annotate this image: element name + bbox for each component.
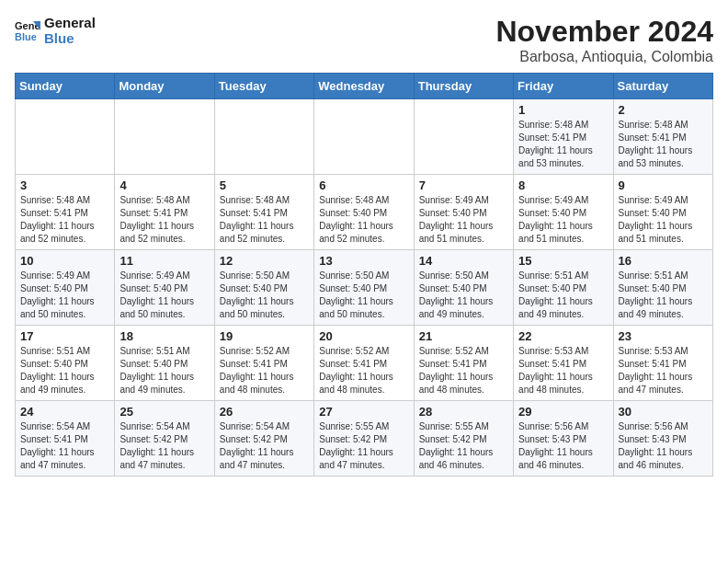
day-info: Sunrise: 5:50 AM Sunset: 5:40 PM Dayligh… — [419, 270, 508, 321]
day-info: Sunrise: 5:54 AM Sunset: 5:41 PM Dayligh… — [20, 420, 109, 472]
weekday-header-friday: Friday — [514, 74, 613, 99]
logo-blue: Blue — [44, 30, 96, 46]
calendar-week-1: 1Sunrise: 5:48 AM Sunset: 5:41 PM Daylig… — [16, 99, 713, 175]
day-number: 9 — [619, 178, 708, 192]
calendar-cell: 8Sunrise: 5:49 AM Sunset: 5:40 PM Daylig… — [514, 175, 613, 250]
day-info: Sunrise: 5:48 AM Sunset: 5:41 PM Dayligh… — [518, 119, 608, 170]
day-number: 14 — [419, 254, 508, 268]
logo: General Blue General Blue — [15, 15, 96, 47]
calendar-cell: 18Sunrise: 5:51 AM Sunset: 5:40 PM Dayli… — [115, 326, 214, 401]
calendar-cell: 15Sunrise: 5:51 AM Sunset: 5:40 PM Dayli… — [514, 250, 613, 326]
calendar-cell: 3Sunrise: 5:48 AM Sunset: 5:41 PM Daylig… — [16, 175, 115, 250]
day-number: 23 — [619, 329, 708, 343]
calendar-cell: 22Sunrise: 5:53 AM Sunset: 5:41 PM Dayli… — [514, 326, 613, 401]
day-info: Sunrise: 5:52 AM Sunset: 5:41 PM Dayligh… — [419, 345, 508, 396]
calendar-cell: 24Sunrise: 5:54 AM Sunset: 5:41 PM Dayli… — [16, 401, 115, 477]
day-number: 13 — [319, 254, 408, 268]
calendar-cell — [414, 99, 513, 175]
weekday-header-saturday: Saturday — [613, 74, 712, 99]
page-header: General Blue General Blue November 2024 … — [15, 15, 713, 65]
day-number: 18 — [119, 329, 209, 343]
day-number: 11 — [119, 254, 209, 268]
day-number: 28 — [419, 405, 508, 419]
day-number: 12 — [220, 254, 309, 268]
day-number: 30 — [619, 405, 708, 419]
calendar-cell: 19Sunrise: 5:52 AM Sunset: 5:41 PM Dayli… — [214, 326, 313, 401]
day-number: 3 — [20, 178, 109, 192]
day-info: Sunrise: 5:51 AM Sunset: 5:40 PM Dayligh… — [20, 345, 109, 396]
calendar-cell: 25Sunrise: 5:54 AM Sunset: 5:42 PM Dayli… — [115, 401, 214, 477]
weekday-header-monday: Monday — [115, 74, 214, 99]
day-info: Sunrise: 5:55 AM Sunset: 5:42 PM Dayligh… — [419, 420, 508, 472]
day-info: Sunrise: 5:53 AM Sunset: 5:41 PM Dayligh… — [518, 345, 608, 396]
day-number: 25 — [119, 405, 209, 419]
calendar-cell: 29Sunrise: 5:56 AM Sunset: 5:43 PM Dayli… — [514, 401, 613, 477]
day-number: 27 — [319, 405, 408, 419]
day-number: 15 — [518, 254, 608, 268]
day-number: 4 — [119, 178, 209, 192]
calendar-cell — [16, 99, 115, 175]
calendar-week-5: 24Sunrise: 5:54 AM Sunset: 5:41 PM Dayli… — [16, 401, 713, 477]
weekday-header-wednesday: Wednesday — [314, 74, 414, 99]
day-info: Sunrise: 5:51 AM Sunset: 5:40 PM Dayligh… — [518, 270, 608, 321]
day-info: Sunrise: 5:50 AM Sunset: 5:40 PM Dayligh… — [319, 270, 408, 321]
calendar-cell: 21Sunrise: 5:52 AM Sunset: 5:41 PM Dayli… — [414, 326, 513, 401]
day-info: Sunrise: 5:54 AM Sunset: 5:42 PM Dayligh… — [220, 420, 309, 472]
day-info: Sunrise: 5:48 AM Sunset: 5:41 PM Dayligh… — [119, 194, 209, 246]
month-title: November 2024 — [495, 15, 713, 49]
calendar-table: SundayMondayTuesdayWednesdayThursdayFrid… — [15, 73, 713, 477]
calendar-cell: 5Sunrise: 5:48 AM Sunset: 5:41 PM Daylig… — [214, 175, 313, 250]
svg-text:Blue: Blue — [15, 31, 37, 42]
day-number: 24 — [20, 405, 109, 419]
day-info: Sunrise: 5:52 AM Sunset: 5:41 PM Dayligh… — [220, 345, 309, 396]
day-info: Sunrise: 5:56 AM Sunset: 5:43 PM Dayligh… — [518, 420, 608, 472]
weekday-header-tuesday: Tuesday — [214, 74, 313, 99]
day-info: Sunrise: 5:49 AM Sunset: 5:40 PM Dayligh… — [619, 194, 708, 246]
day-info: Sunrise: 5:49 AM Sunset: 5:40 PM Dayligh… — [419, 194, 508, 246]
day-number: 21 — [419, 329, 508, 343]
calendar-cell: 16Sunrise: 5:51 AM Sunset: 5:40 PM Dayli… — [613, 250, 712, 326]
day-number: 6 — [319, 178, 408, 192]
day-number: 5 — [220, 178, 309, 192]
day-number: 10 — [20, 254, 109, 268]
day-number: 8 — [518, 178, 608, 192]
calendar-cell: 23Sunrise: 5:53 AM Sunset: 5:41 PM Dayli… — [613, 326, 712, 401]
day-info: Sunrise: 5:52 AM Sunset: 5:41 PM Dayligh… — [319, 345, 408, 396]
day-number: 16 — [619, 254, 708, 268]
calendar-cell: 4Sunrise: 5:48 AM Sunset: 5:41 PM Daylig… — [115, 175, 214, 250]
day-info: Sunrise: 5:51 AM Sunset: 5:40 PM Dayligh… — [619, 270, 708, 321]
calendar-cell: 2Sunrise: 5:48 AM Sunset: 5:41 PM Daylig… — [613, 99, 712, 175]
calendar-week-4: 17Sunrise: 5:51 AM Sunset: 5:40 PM Dayli… — [16, 326, 713, 401]
calendar-cell: 26Sunrise: 5:54 AM Sunset: 5:42 PM Dayli… — [214, 401, 313, 477]
calendar-cell: 17Sunrise: 5:51 AM Sunset: 5:40 PM Dayli… — [16, 326, 115, 401]
day-number: 17 — [20, 329, 109, 343]
location-subtitle: Barbosa, Antioquia, Colombia — [495, 49, 713, 65]
calendar-cell: 7Sunrise: 5:49 AM Sunset: 5:40 PM Daylig… — [414, 175, 513, 250]
calendar-week-2: 3Sunrise: 5:48 AM Sunset: 5:41 PM Daylig… — [16, 175, 713, 250]
day-info: Sunrise: 5:48 AM Sunset: 5:41 PM Dayligh… — [220, 194, 309, 246]
weekday-header-thursday: Thursday — [414, 74, 513, 99]
day-info: Sunrise: 5:51 AM Sunset: 5:40 PM Dayligh… — [119, 345, 209, 396]
day-info: Sunrise: 5:54 AM Sunset: 5:42 PM Dayligh… — [119, 420, 209, 472]
day-info: Sunrise: 5:56 AM Sunset: 5:43 PM Dayligh… — [619, 420, 708, 472]
calendar-cell — [314, 99, 414, 175]
weekday-header-row: SundayMondayTuesdayWednesdayThursdayFrid… — [16, 74, 713, 99]
calendar-cell: 10Sunrise: 5:49 AM Sunset: 5:40 PM Dayli… — [16, 250, 115, 326]
calendar-cell: 30Sunrise: 5:56 AM Sunset: 5:43 PM Dayli… — [613, 401, 712, 477]
calendar-cell: 12Sunrise: 5:50 AM Sunset: 5:40 PM Dayli… — [214, 250, 313, 326]
day-number: 20 — [319, 329, 408, 343]
day-info: Sunrise: 5:48 AM Sunset: 5:41 PM Dayligh… — [20, 194, 109, 246]
day-number: 22 — [518, 329, 608, 343]
day-info: Sunrise: 5:49 AM Sunset: 5:40 PM Dayligh… — [518, 194, 608, 246]
calendar-cell: 1Sunrise: 5:48 AM Sunset: 5:41 PM Daylig… — [514, 99, 613, 175]
day-info: Sunrise: 5:55 AM Sunset: 5:42 PM Dayligh… — [319, 420, 408, 472]
title-block: November 2024 Barbosa, Antioquia, Colomb… — [495, 15, 713, 65]
day-info: Sunrise: 5:48 AM Sunset: 5:40 PM Dayligh… — [319, 194, 408, 246]
calendar-cell: 14Sunrise: 5:50 AM Sunset: 5:40 PM Dayli… — [414, 250, 513, 326]
calendar-cell: 20Sunrise: 5:52 AM Sunset: 5:41 PM Dayli… — [314, 326, 414, 401]
calendar-cell: 11Sunrise: 5:49 AM Sunset: 5:40 PM Dayli… — [115, 250, 214, 326]
day-number: 1 — [518, 103, 608, 117]
calendar-week-3: 10Sunrise: 5:49 AM Sunset: 5:40 PM Dayli… — [16, 250, 713, 326]
day-number: 2 — [619, 103, 708, 117]
calendar-cell: 27Sunrise: 5:55 AM Sunset: 5:42 PM Dayli… — [314, 401, 414, 477]
